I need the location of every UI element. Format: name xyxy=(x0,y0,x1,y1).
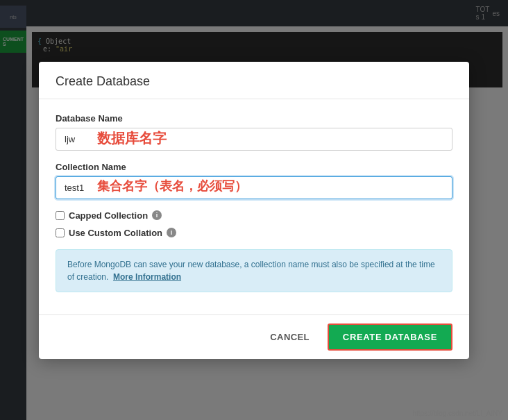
cancel-button[interactable]: CANCEL xyxy=(257,325,322,349)
collation-info-icon[interactable]: i xyxy=(167,228,176,237)
custom-collation-label: Use Custom Collation xyxy=(69,228,162,238)
modal-body: Database Name 数据库名字 Collection Name 集合名字… xyxy=(39,99,469,314)
custom-collation-checkbox[interactable] xyxy=(56,228,65,237)
capped-collection-group: Capped Collection i xyxy=(56,210,452,221)
database-name-label: Database Name xyxy=(56,113,452,124)
modal-overlay: Create Database Database Name 数据库名字 Coll… xyxy=(0,0,508,420)
create-database-button[interactable]: CREATE DATABASE xyxy=(328,324,452,351)
create-database-modal: Create Database Database Name 数据库名字 Coll… xyxy=(39,62,469,359)
database-name-group: Database Name 数据库名字 xyxy=(56,113,452,151)
modal-footer: CANCEL CREATE DATABASE xyxy=(39,315,469,359)
info-box-text: Before MongoDB can save your new databas… xyxy=(67,258,441,283)
collection-name-input-wrapper: 集合名字（表名，必须写） xyxy=(56,176,452,199)
collection-name-group: Collection Name 集合名字（表名，必须写） xyxy=(56,162,452,199)
collection-name-input[interactable] xyxy=(56,176,452,199)
info-box: Before MongoDB can save your new databas… xyxy=(56,249,452,292)
database-name-input-wrapper: 数据库名字 xyxy=(56,128,452,151)
capped-info-icon[interactable]: i xyxy=(152,210,162,220)
modal-title: Create Database xyxy=(56,74,452,89)
collection-name-label: Collection Name xyxy=(56,162,452,172)
more-information-link[interactable]: More Information xyxy=(113,272,181,282)
modal-header: Create Database xyxy=(39,62,469,99)
capped-collection-label: Capped Collection xyxy=(69,210,148,221)
database-name-input[interactable] xyxy=(56,128,452,151)
capped-collection-checkbox[interactable] xyxy=(56,211,65,220)
bottom-url: https://blog.csdn.net/LI_AINY xyxy=(412,410,502,417)
custom-collation-group: Use Custom Collation i xyxy=(56,228,452,238)
